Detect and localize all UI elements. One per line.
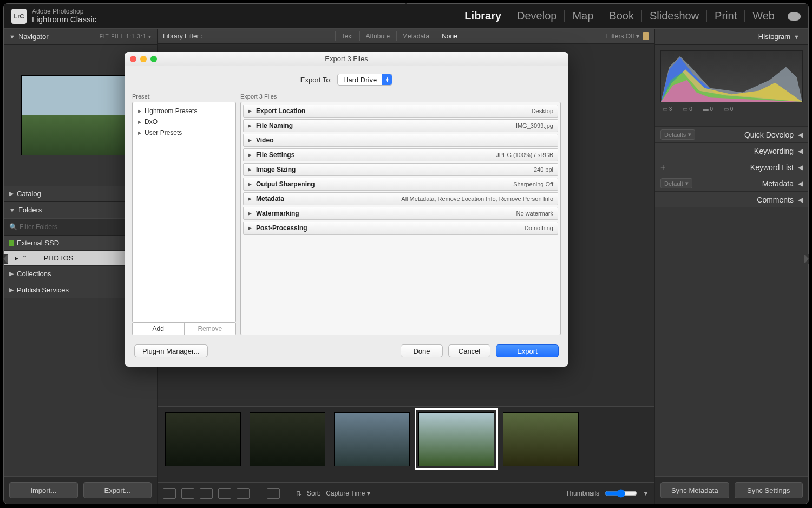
left-panel-toggle[interactable] [3, 254, 8, 264]
preset-group[interactable]: DxO [133, 116, 235, 127]
histogram-info: ▭ 3 ▭ 0 ▬ 0 ▭ 0 [660, 102, 803, 115]
sort-dropdown[interactable]: Capture Time ▾ [326, 490, 370, 497]
module-library[interactable]: Library [457, 10, 509, 22]
defaults-dropdown[interactable]: Defaults ▾ [660, 129, 695, 140]
folder-icon: 🗀 [22, 254, 29, 262]
library-filter-bar: Library Filter : Text Attribute Metadata… [158, 29, 654, 44]
preview-image [21, 75, 140, 155]
export-section-export-location[interactable]: Export LocationDesktop [243, 105, 558, 118]
module-picker: Library Develop Map Book Slideshow Print… [457, 10, 801, 22]
app-logo: LrC [11, 9, 27, 24]
export-section-post-processing[interactable]: Post-ProcessingDo nothing [243, 222, 558, 235]
sort-order-icon[interactable]: ⇅ [296, 490, 302, 497]
module-print[interactable]: Print [707, 10, 745, 22]
toolbar-menu-icon[interactable]: ▼ [643, 490, 649, 497]
thumbnail-size-slider[interactable] [605, 489, 637, 498]
export-confirm-button[interactable]: Export [496, 344, 559, 357]
module-web[interactable]: Web [745, 10, 782, 22]
export-section-file-settings[interactable]: File SettingsJPEG (100%) / sRGB [243, 148, 558, 161]
filter-label: Library Filter : [163, 32, 202, 40]
top-notch [402, 3, 410, 4]
keywording-header[interactable]: Keywording◀ [655, 142, 808, 159]
app-title: Adobe Photoshop Lightroom Classic [32, 8, 96, 24]
preset-group[interactable]: Lightroom Presets [133, 106, 235, 116]
right-panel: Histogram▼ ▭ 3 ▭ 0 ▬ 0 ▭ 0 [654, 29, 808, 504]
preset-group[interactable]: User Presets [133, 127, 235, 138]
metadata-set-dropdown[interactable]: Default ▾ [660, 178, 692, 188]
cancel-button[interactable]: Cancel [448, 344, 490, 357]
export-dialog: Export 3 Files Export To: Hard Drive ▴▾ … [125, 52, 568, 367]
settings-label: Export 3 Files [240, 93, 561, 100]
sort-label: Sort: [307, 490, 320, 497]
chevron-updown-icon: ▴▾ [382, 74, 392, 85]
histogram[interactable] [660, 50, 803, 102]
filmstrip-thumb-selected[interactable] [418, 412, 494, 466]
comments-header[interactable]: Comments◀ [655, 191, 808, 207]
module-slideshow[interactable]: Slideshow [642, 10, 707, 22]
filter-tab-attribute[interactable]: Attribute [359, 31, 395, 41]
export-section-file-naming[interactable]: File NamingIMG_3099.jpg [243, 119, 558, 132]
filters-off-dropdown[interactable]: Filters Off ▾ [606, 32, 639, 40]
done-button[interactable]: Done [401, 344, 443, 357]
remove-preset-button: Remove [185, 323, 236, 335]
right-panel-toggle[interactable] [804, 254, 809, 264]
filmstrip-thumb[interactable] [250, 412, 325, 466]
plus-icon[interactable]: + [660, 162, 665, 172]
filmstrip [158, 406, 654, 482]
quick-develop-header[interactable]: Defaults ▾ Quick Develop◀ [655, 126, 808, 142]
keyword-list-header[interactable]: +Keyword List◀ [655, 159, 808, 175]
module-book[interactable]: Book [601, 10, 642, 22]
view-loupe-icon[interactable] [181, 488, 194, 499]
dialog-titlebar[interactable]: Export 3 Files [125, 52, 568, 66]
preset-list[interactable]: Lightroom Presets DxO User Presets [132, 102, 236, 323]
export-section-image-sizing[interactable]: Image Sizing240 ppi [243, 163, 558, 176]
export-section-watermarking[interactable]: WatermarkingNo watermark [243, 207, 558, 220]
chevron-down-icon: ▼ [9, 34, 15, 40]
view-compare-icon[interactable] [200, 488, 213, 499]
view-survey-icon[interactable] [218, 488, 231, 499]
export-settings: Export LocationDesktopFile NamingIMG_309… [240, 102, 561, 335]
cloud-sync-icon[interactable] [788, 12, 801, 21]
export-to-label: Export To: [300, 76, 332, 84]
filter-tab-metadata[interactable]: Metadata [396, 31, 435, 41]
metadata-header[interactable]: Default ▾ Metadata◀ [655, 175, 808, 191]
lock-icon[interactable] [643, 32, 649, 40]
plugin-manager-button[interactable]: Plug-in Manager... [134, 344, 208, 357]
navigator-zoom[interactable]: FIT FILL 1:1 3:1 ▾ [100, 34, 152, 40]
view-grid-icon[interactable] [163, 488, 176, 499]
sync-metadata-button[interactable]: Sync Metadata [660, 482, 729, 498]
filmstrip-thumb[interactable] [503, 412, 579, 466]
add-preset-button[interactable]: Add [133, 323, 185, 335]
disk-icon [9, 240, 14, 246]
export-button[interactable]: Export... [83, 482, 152, 498]
module-develop[interactable]: Develop [509, 10, 565, 22]
sync-settings-button[interactable]: Sync Settings [735, 482, 803, 498]
painter-icon[interactable] [267, 488, 280, 499]
export-section-video[interactable]: Video [243, 134, 558, 147]
app-header: LrC Adobe Photoshop Lightroom Classic Li… [4, 4, 808, 29]
bottom-toolbar: ⇅ Sort: Capture Time ▾ Thumbnails ▼ [158, 482, 654, 504]
module-map[interactable]: Map [565, 10, 601, 22]
preset-label: Preset: [132, 93, 236, 100]
filter-tab-none[interactable]: None [436, 31, 463, 41]
export-section-output-sharpening[interactable]: Output SharpeningSharpening Off [243, 178, 558, 191]
export-to-select[interactable]: Hard Drive ▴▾ [337, 74, 392, 86]
dialog-title: Export 3 Files [125, 55, 568, 63]
filmstrip-thumb[interactable] [334, 412, 410, 466]
thumbnails-label: Thumbnails [566, 490, 599, 497]
import-button[interactable]: Import... [9, 482, 78, 498]
navigator-header[interactable]: ▼ Navigator FIT FILL 1:1 3:1 ▾ [4, 29, 157, 45]
histogram-header[interactable]: Histogram▼ [655, 29, 808, 45]
export-section-metadata[interactable]: MetadataAll Metadata, Remove Location In… [243, 192, 558, 205]
view-people-icon[interactable] [237, 488, 250, 499]
filter-tab-text[interactable]: Text [335, 31, 358, 41]
filmstrip-thumb[interactable] [165, 412, 241, 466]
